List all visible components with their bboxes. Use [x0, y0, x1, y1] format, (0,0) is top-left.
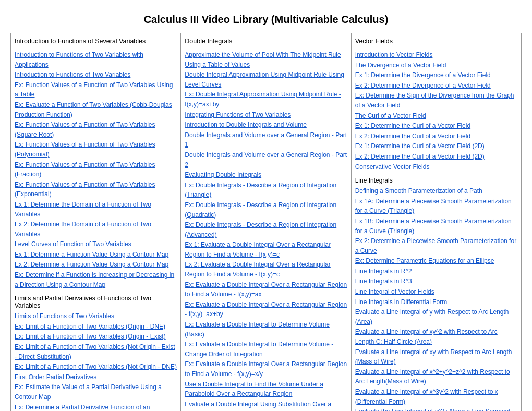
link-1-0-2[interactable]: Ex: Double Integral Approximation Using …	[185, 90, 347, 109]
link-2-0-0[interactable]: Introduction to Vector Fields	[355, 50, 517, 60]
link-2-0-3[interactable]: Ex 2: Determine the Divergence of a Vect…	[355, 81, 517, 91]
link-2-1-3[interactable]: Ex 2: Determine a Piecewise Smooth Param…	[355, 236, 517, 256]
link-0-0-7[interactable]: Ex: Function Values of a Function of Two…	[15, 180, 177, 199]
link-0-0-2[interactable]: Ex: Function Values of a Function of Two…	[15, 80, 177, 100]
link-2-1-5[interactable]: Line Integrals in R^2	[355, 267, 517, 276]
link-0-0-11[interactable]: Ex 1: Determine a Function Value Using a…	[15, 250, 177, 260]
link-0-1-6[interactable]: Ex: Estimate the Value of a Partial Deri…	[15, 382, 177, 402]
link-1-0-16[interactable]: Ex: Evaluate a Double Integral to Determ…	[185, 340, 347, 359]
link-0-0-13[interactable]: Ex: Determine if a Function is Increasin…	[15, 270, 177, 289]
column-2: Vector FieldsIntroduction to Vector Fiel…	[351, 33, 521, 412]
link-2-0-4[interactable]: Ex: Determine the Sign of the Divergence…	[355, 91, 517, 110]
link-0-0-12[interactable]: Ex 2: Determine a Function Value Using a…	[15, 260, 177, 270]
link-2-0-1[interactable]: The Divergence of a Vector Field	[355, 61, 517, 70]
link-2-1-12[interactable]: Evaluate a Line Integral of x^2+y^2+z^2 …	[355, 367, 517, 386]
section-label-2-1: Line Integrals	[355, 177, 517, 184]
link-2-0-7[interactable]: Ex 2: Determine the Curl of a Vector Fie…	[355, 131, 517, 141]
link-1-0-4[interactable]: Introduction to Double Integrals and Vol…	[185, 120, 347, 130]
link-0-1-1[interactable]: Ex: Limit of a Function of Two Variables…	[15, 322, 177, 332]
column-header-2: Vector Fields	[355, 38, 517, 45]
link-1-0-10[interactable]: Ex: Double Integrals - Describe a Region…	[185, 220, 347, 239]
link-2-1-9[interactable]: Evaluate a Line Integral of y with Respe…	[355, 307, 517, 327]
link-1-0-17[interactable]: Ex: Evaluate a Double Integral Over a Re…	[185, 359, 347, 379]
section-label-0-1: Limits and Partial Derivatives of Functi…	[15, 295, 177, 309]
column-header-0: Introduction to Functions of Several Var…	[15, 38, 177, 45]
link-0-0-4[interactable]: Ex: Function Values of a Function of Two…	[15, 120, 177, 139]
link-0-0-0[interactable]: Introduction to Functions of Two Variabl…	[15, 50, 177, 69]
link-1-0-18[interactable]: Use a Double Integral to Find the Volume…	[185, 380, 347, 399]
link-0-0-5[interactable]: Ex: Function Values of a Function of Two…	[15, 140, 177, 159]
link-0-0-10[interactable]: Level Curves of Function of Two Variable…	[15, 239, 177, 249]
link-1-0-3[interactable]: Integrating Functions of Two Variables	[185, 110, 347, 120]
link-1-0-5[interactable]: Double Integrals and Volume over a Gener…	[185, 130, 347, 150]
link-1-0-1[interactable]: Double Integral Approximation Using Midp…	[185, 70, 347, 89]
link-1-0-8[interactable]: Ex: Double Integrals - Describe a Region…	[185, 180, 347, 200]
link-2-0-8[interactable]: Ex 1: Determine the Curl of a Vector Fie…	[355, 141, 517, 151]
link-0-0-8[interactable]: Ex 1: Determine the Domain of a Function…	[15, 200, 177, 219]
link-2-1-0[interactable]: Defining a Smooth Parameterization of a …	[355, 186, 517, 196]
link-1-0-13[interactable]: Ex: Evaluate a Double Integral Over a Re…	[185, 280, 347, 299]
link-2-1-10[interactable]: Evaluate a Line Integral of xy^2 with Re…	[355, 327, 517, 346]
link-0-0-6[interactable]: Ex: Function Values of a Function of Two…	[15, 160, 177, 179]
link-2-0-5[interactable]: The Curl of a Vector Field	[355, 111, 517, 121]
link-1-0-11[interactable]: Ex 1: Evaluate a Double Integral Over a …	[185, 240, 347, 259]
link-2-0-9[interactable]: Ex 2: Determine the Curl of a Vector Fie…	[355, 152, 517, 162]
link-2-0-6[interactable]: Ex 1: Determine the Curl of a Vector Fie…	[355, 121, 517, 131]
link-1-0-15[interactable]: Ex: Evaluate a Double Integral to Determ…	[185, 320, 347, 339]
link-0-0-1[interactable]: Introduction to Functions of Two Variabl…	[15, 70, 177, 80]
link-0-1-5[interactable]: First Order Partial Derivatives	[15, 372, 177, 382]
link-2-1-1[interactable]: Ex 1A: Determine a Piecewise Smooth Para…	[355, 197, 517, 216]
link-1-0-19[interactable]: Evaluate a Double Integral Using Substit…	[185, 400, 347, 411]
link-0-1-0[interactable]: Limits of Functions of Two Variables	[15, 311, 177, 321]
main-table: Introduction to Functions of Several Var…	[10, 33, 522, 411]
link-2-1-4[interactable]: Ex: Determine Parametric Equations for a…	[355, 256, 517, 266]
link-0-1-7[interactable]: Ex: Determine a Partial Derivative Funct…	[15, 403, 177, 411]
link-1-0-6[interactable]: Double Integrals and Volume over a Gener…	[185, 150, 347, 170]
link-1-0-7[interactable]: Evaluating Double Integrals	[185, 170, 347, 180]
page-title: Calculus III Video Library (Multivariabl…	[10, 14, 522, 26]
link-1-0-0[interactable]: Approximate the Volume of Pool With The …	[185, 50, 347, 69]
link-0-0-3[interactable]: Ex: Evaluate a Function of Two Variables…	[15, 100, 177, 119]
link-0-1-2[interactable]: Ex: Limit of a Function of Two Variables…	[15, 332, 177, 342]
link-2-1-11[interactable]: Evaluate a Line Integral of xy with Resp…	[355, 347, 517, 367]
link-2-1-6[interactable]: Line Integrals in R^3	[355, 276, 517, 286]
link-2-1-8[interactable]: Line Integrals in Differential Form	[355, 297, 517, 307]
link-1-0-14[interactable]: Ex: Evaluate a Double Integral Over a Re…	[185, 300, 347, 319]
column-1: Double IntegralsApproximate the Volume o…	[181, 33, 351, 412]
link-2-0-2[interactable]: Ex 1: Determine the Divergence of a Vect…	[355, 70, 517, 80]
link-1-0-9[interactable]: Ex: Double Integrals - Describe a Region…	[185, 200, 347, 220]
link-0-1-4[interactable]: Ex: Limit of a Function of Two Variables…	[15, 362, 177, 372]
column-0: Introduction to Functions of Several Var…	[11, 33, 181, 412]
link-0-0-9[interactable]: Ex 2: Determine the Domain of a Function…	[15, 220, 177, 239]
link-0-1-3[interactable]: Ex: Limit of a Function of Two Variables…	[15, 342, 177, 361]
column-header-1: Double Integrals	[185, 38, 347, 45]
link-2-1-14[interactable]: Evaluate the Line Integral of x^2z Along…	[355, 407, 517, 411]
link-2-1-13[interactable]: Evaluate a Line Integral of x^3y^2 with …	[355, 387, 517, 406]
link-1-0-12[interactable]: Ex 2: Evaluate a Double Integral Over a …	[185, 260, 347, 279]
link-2-1-2[interactable]: Ex 1B: Determine a Piecewise Smooth Para…	[355, 216, 517, 236]
link-2-1-7[interactable]: Line Integral of Vector Fields	[355, 287, 517, 297]
link-2-0-10[interactable]: Conservative Vector Fields	[355, 162, 517, 172]
